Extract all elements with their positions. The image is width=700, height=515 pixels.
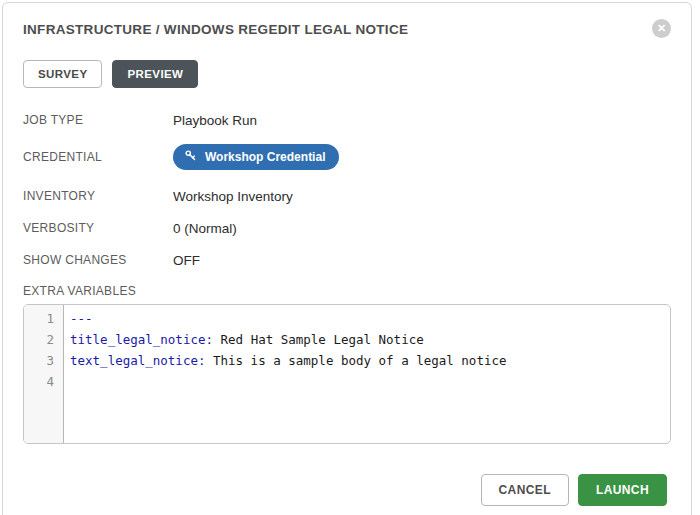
credential-label: CREDENTIAL [23,150,173,164]
code-line: --- [70,308,670,329]
tab-bar: SURVEY PREVIEW [23,60,671,88]
inventory-label: INVENTORY [23,189,173,203]
inventory-value: Workshop Inventory [173,189,293,204]
job-type-value: Playbook Run [173,113,257,128]
code-line [70,371,670,392]
line-number: 3 [24,350,54,371]
detail-row-verbosity: VERBOSITY 0 (Normal) [23,220,671,236]
code-line: title_legal_notice: Red Hat Sample Legal… [70,329,670,350]
verbosity-label: VERBOSITY [23,221,173,235]
verbosity-value: 0 (Normal) [173,221,237,236]
extra-variables-label: EXTRA VARIABLES [23,284,671,298]
tab-survey[interactable]: SURVEY [23,60,102,88]
dialog-footer: CANCEL LAUNCH [23,474,671,506]
detail-row-inventory: INVENTORY Workshop Inventory [23,188,671,204]
close-icon[interactable]: ✕ [652,19,671,38]
show-changes-label: SHOW CHANGES [23,253,173,267]
launch-button[interactable]: LAUNCH [578,474,667,506]
cancel-button[interactable]: CANCEL [481,474,569,506]
job-launch-preview-dialog: INFRASTRUCTURE / WINDOWS REGEDIT LEGAL N… [2,2,692,515]
code-line: text_legal_notice: This is a sample body… [70,350,670,371]
detail-row-job-type: JOB TYPE Playbook Run [23,112,671,128]
yaml-key: text_legal_notice: [70,353,205,368]
yaml-value: This is a sample body of a legal notice [205,353,506,368]
credential-tag-label: Workshop Credential [205,150,325,164]
dialog-title: INFRASTRUCTURE / WINDOWS REGEDIT LEGAL N… [23,19,408,37]
detail-row-credential: CREDENTIAL Workshop Credential [23,144,671,170]
yaml-value: Red Hat Sample Legal Notice [213,332,424,347]
line-number: 2 [24,329,54,350]
yaml-key: title_legal_notice: [70,332,213,347]
tab-preview[interactable]: PREVIEW [112,60,198,88]
detail-row-show-changes: SHOW CHANGES OFF [23,252,671,268]
line-number: 1 [24,308,54,329]
credential-tag[interactable]: Workshop Credential [173,144,339,170]
job-type-label: JOB TYPE [23,113,173,127]
dialog-header: INFRASTRUCTURE / WINDOWS REGEDIT LEGAL N… [23,19,671,38]
editor-line-number-gutter: 1 2 3 4 [24,305,64,443]
show-changes-value: OFF [173,253,200,268]
key-icon [184,149,197,165]
line-number: 4 [24,371,54,392]
editor-code-area[interactable]: --- title_legal_notice: Red Hat Sample L… [64,305,670,443]
extra-variables-editor: 1 2 3 4 --- title_legal_notice: Red Hat … [23,304,671,444]
job-details: JOB TYPE Playbook Run CREDENTIAL Worksho… [23,112,671,268]
yaml-document-start: --- [70,311,93,326]
